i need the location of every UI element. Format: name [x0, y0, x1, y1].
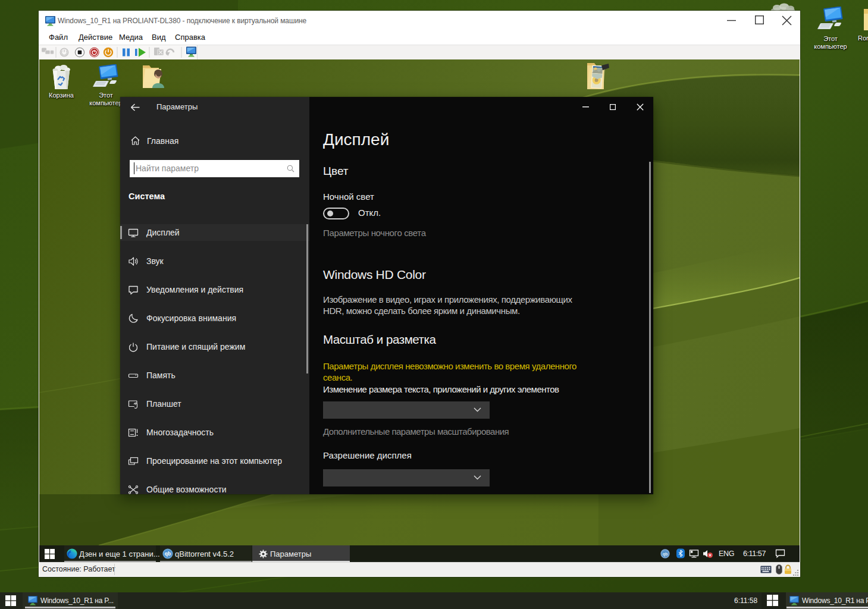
svg-text:qb: qb: [165, 551, 171, 557]
svg-text:qb: qb: [663, 552, 668, 557]
